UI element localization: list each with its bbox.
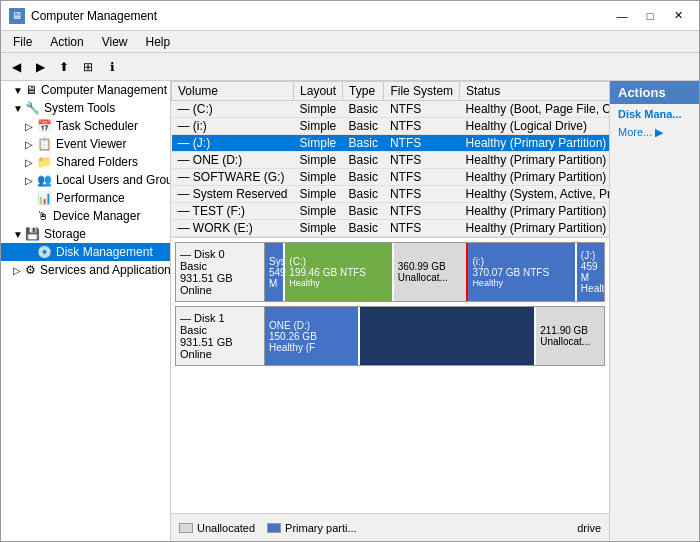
volume-table-container: Volume Layout Type File System Status — … [171,81,609,238]
disk-area: — Disk 0 Basic 931.51 GB Online Syster 5… [171,238,609,513]
task-icon: 📅 [37,119,52,133]
actions-panel: Actions Disk Mana... More... ▶ [609,81,699,541]
part-detail-i: Healthy [472,278,570,288]
sidebar-item-task-scheduler[interactable]: ▷ 📅 Task Scheduler [1,117,170,135]
table-row[interactable]: — SOFTWARE (G:) Simple Basic NTFS Health… [172,169,610,186]
cell-fs: NTFS [384,101,460,118]
part-label: Syster [269,256,279,267]
toolbar-show-hide[interactable]: ⊞ [77,56,99,78]
toolbar-forward[interactable]: ▶ [29,56,51,78]
disk1-part-dark[interactable] [360,307,536,365]
minimize-button[interactable]: — [609,6,635,26]
menu-bar: File Action View Help [1,31,699,53]
expand-icon-task[interactable]: ▷ [25,121,37,132]
legend-unalloc-label: Unallocated [197,522,255,534]
table-row[interactable]: — System Reserved Simple Basic NTFS Heal… [172,186,610,203]
disk0-part-unalloc[interactable]: 360.99 GB Unallocat... [394,243,469,301]
table-row[interactable]: — (C:) Simple Basic NTFS Healthy (Boot, … [172,101,610,118]
disk0-part-c[interactable]: (C:) 199.46 GB NTFS Healthy [285,243,393,301]
root-icon: 🖥 [25,83,37,97]
legend-unallocated: Unallocated [179,522,255,534]
part-label-j: (J:) [581,250,600,261]
disk0-part-j[interactable]: (J:) 459 M Health [577,243,604,301]
table-row[interactable]: — (i:) Simple Basic NTFS Healthy (Logica… [172,118,610,135]
cell-fs: NTFS [384,186,460,203]
toolbar-back[interactable]: ◀ [5,56,27,78]
sidebar-item-local-users[interactable]: ▷ 👥 Local Users and Groups [1,171,170,189]
sidebar-label-disk: Disk Management [56,245,153,259]
actions-more-link[interactable]: More... ▶ [610,124,699,141]
sidebar-item-disk-management[interactable]: 💿 Disk Management [1,243,170,261]
disk1-part-one[interactable]: ONE (D:) 150.26 GB Healthy (F [265,307,360,365]
disk0-part-i[interactable]: (i:) 370.07 GB NTFS Healthy [468,243,576,301]
sidebar-label-users: Local Users and Groups [56,173,171,187]
expand-icon-event[interactable]: ▷ [25,139,37,150]
title-bar: 🖥 Computer Management — □ ✕ [1,1,699,31]
shared-icon: 📁 [37,155,52,169]
sidebar-item-shared-folders[interactable]: ▷ 📁 Shared Folders [1,153,170,171]
cell-type: Basic [343,169,384,186]
table-row[interactable]: — TEST (F:) Simple Basic NTFS Healthy (P… [172,203,610,220]
col-volume: Volume [172,82,294,101]
menu-help[interactable]: Help [138,33,179,51]
users-icon: 👥 [37,173,52,187]
sidebar-item-performance[interactable]: 📊 Performance [1,189,170,207]
cell-layout: Simple [294,169,343,186]
expand-icon-storage[interactable]: ▼ [13,229,25,240]
actions-subheader[interactable]: Disk Mana... [610,104,699,124]
cell-status: Healthy (Primary Partition) [460,203,609,220]
cell-fs: NTFS [384,203,460,220]
disk1-row: — Disk 1 Basic 931.51 GB Online ONE (D:)… [175,306,605,366]
disk0-type: Basic [180,260,260,272]
sidebar-label-event: Event Viewer [56,137,126,151]
close-button[interactable]: ✕ [665,6,691,26]
cell-type: Basic [343,135,384,152]
toolbar-info[interactable]: ℹ [101,56,123,78]
table-row[interactable]: — (J:) Simple Basic NTFS Healthy (Primar… [172,135,610,152]
expand-icon[interactable]: ▼ [13,85,25,96]
disk0-part-system[interactable]: Syster 549 M [265,243,285,301]
sidebar-item-storage[interactable]: ▼ 💾 Storage [1,225,170,243]
cell-layout: Simple [294,135,343,152]
sidebar-item-root[interactable]: ▼ 🖥 Computer Management (Local [1,81,170,99]
sidebar-item-services[interactable]: ▷ ⚙ Services and Applications [1,261,170,279]
sidebar-item-system-tools[interactable]: ▼ 🔧 System Tools [1,99,170,117]
part-detail-c: Healthy [289,278,387,288]
menu-view[interactable]: View [94,33,136,51]
table-row[interactable]: — WORK (E:) Simple Basic NTFS Healthy (P… [172,220,610,237]
disk0-partitions: Syster 549 M (C:) 199.46 GB NTFS Healthy… [265,242,605,302]
sidebar-item-event-viewer[interactable]: ▷ 📋 Event Viewer [1,135,170,153]
menu-file[interactable]: File [5,33,40,51]
cell-fs: NTFS [384,135,460,152]
cell-status: Healthy (Boot, Page File, Crash Dump, Pr… [460,101,609,118]
menu-action[interactable]: Action [42,33,91,51]
main-content: ▼ 🖥 Computer Management (Local ▼ 🔧 Syste… [1,81,699,541]
part-detail-one: Healthy (F [269,342,354,353]
expand-icon-shared[interactable]: ▷ [25,157,37,168]
sidebar-label-system-tools: System Tools [44,101,115,115]
toolbar-up[interactable]: ⬆ [53,56,75,78]
app-icon: 🖥 [9,8,25,24]
cell-volume: — ONE (D:) [172,152,294,169]
cell-fs: NTFS [384,152,460,169]
cell-fs: NTFS [384,220,460,237]
sidebar-label-services: Services and Applications [40,263,171,277]
title-bar-left: 🖥 Computer Management [9,8,157,24]
cell-status: Healthy (System, Active, Primary Partiti… [460,186,609,203]
bottom-bar: Unallocated Primary parti... drive [171,513,609,541]
expand-icon-sys[interactable]: ▼ [13,103,25,114]
main-window: 🖥 Computer Management — □ ✕ File Action … [0,0,700,542]
part-size-one: 150.26 GB [269,331,354,342]
table-row[interactable]: — ONE (D:) Simple Basic NTFS Healthy (Pr… [172,152,610,169]
disk1-part-unalloc[interactable]: 211.90 GB Unallocat... [536,307,604,365]
event-icon: 📋 [37,137,52,151]
sidebar-item-device-manager[interactable]: 🖱 Device Manager [1,207,170,225]
expand-icon-users[interactable]: ▷ [25,175,37,186]
legend-primary-box [267,523,281,533]
expand-icon-svc[interactable]: ▷ [13,265,25,276]
sidebar-label-task: Task Scheduler [56,119,138,133]
svc-icon: ⚙ [25,263,36,277]
maximize-button[interactable]: □ [637,6,663,26]
part-size-unalloc1: 211.90 GB [540,325,600,336]
sidebar-label-performance: Performance [56,191,125,205]
